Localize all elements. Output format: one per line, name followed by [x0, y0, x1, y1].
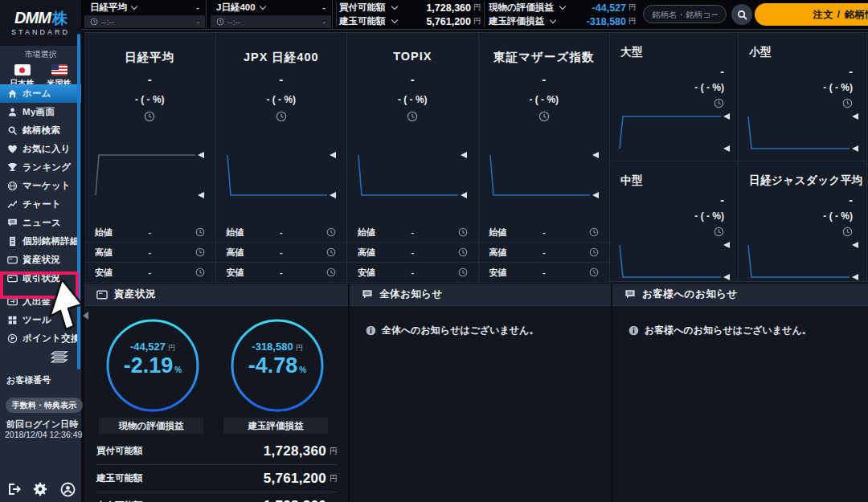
account-icon[interactable] [59, 481, 76, 497]
size-card-0[interactable]: 大型-- ( - %) [610, 33, 739, 161]
clock-icon[interactable] [842, 227, 853, 237]
clock-icon[interactable] [589, 267, 599, 277]
sidebar-item-2[interactable]: 銘柄検索 [0, 121, 81, 140]
mini-chart [615, 240, 734, 282]
sidebar-item-6[interactable]: チャート [0, 195, 81, 214]
sidebar-item-7[interactable]: ニュース [0, 214, 81, 232]
info-icon [628, 325, 639, 336]
settings-gear-icon[interactable] [32, 481, 48, 497]
sidebar-item-0[interactable]: ホーム [0, 84, 81, 103]
index-card-0[interactable]: 日経平均-- ( - %)始値-高値-安値- [84, 33, 216, 283]
clock-icon[interactable] [347, 111, 478, 122]
sidebar-item-9[interactable]: 資産状況 [0, 251, 81, 269]
chevron-down-icon[interactable] [391, 17, 397, 23]
chevron-down-icon[interactable] [559, 3, 566, 10]
sidebar-item-8[interactable]: 個別銘柄詳細 [0, 232, 81, 251]
index-card-change: - ( - %) [84, 94, 215, 105]
sidebar-item-1[interactable]: My画面 [0, 103, 81, 121]
sidebar-item-label: チャート [23, 198, 61, 210]
chevron-down-icon[interactable] [391, 3, 397, 10]
clock-icon[interactable] [589, 227, 599, 237]
index-ticker-0: 日経平均---:--- [84, 0, 207, 29]
size-card-value: - [720, 194, 724, 206]
size-card-value: - [720, 65, 724, 78]
clock-icon[interactable] [195, 247, 205, 257]
collapse-sidebar-icon[interactable] [51, 350, 70, 365]
index-card-title: 日経平均 [84, 50, 215, 65]
index-card-2[interactable]: TOPIX-- ( - %)始値-高値-安値- [347, 33, 479, 283]
price-row: 高値- [216, 243, 347, 263]
price-row-value: - [411, 247, 414, 257]
market-select-title: 市場選択 [0, 49, 81, 60]
fee-info-button[interactable]: 手数料・特典表示 [6, 398, 83, 413]
index-card-1[interactable]: JPX 日経400-- ( - %)始値-高値-安値- [216, 33, 348, 283]
size-card-3[interactable]: 日経ジャスダック平均-- ( - %) [739, 161, 867, 282]
index-card-change: - ( - %) [216, 94, 347, 105]
size-card-1[interactable]: 小型-- ( - %) [739, 33, 867, 161]
customer-notice-title: お客様へのお知らせ [642, 288, 738, 301]
mini-chart [91, 150, 208, 200]
app-logo: DMM株 STANDARD [0, 0, 81, 46]
search-button[interactable] [731, 4, 752, 25]
pl-gauge-0: -44,527円-2.19% [106, 319, 199, 412]
clock-icon[interactable] [84, 111, 215, 122]
clock-icon[interactable] [195, 267, 205, 277]
index-card-title: JPX 日経400 [216, 50, 347, 65]
clock-icon[interactable] [195, 227, 205, 237]
index-card-change: - ( - %) [347, 94, 478, 105]
price-row-label: 始値 [95, 227, 113, 239]
ticker-value: - [196, 2, 199, 12]
sidebar-item-label: 個別銘柄詳細 [23, 235, 80, 247]
balance-summary: 買付可能額1,728,360円建玉可能額5,761,200円 [339, 0, 481, 29]
clock-icon[interactable] [842, 98, 853, 108]
customer-notice-panel: お客様へのお知らせ お客様へのお知らせはございません。 [612, 284, 868, 502]
clock-icon[interactable] [589, 247, 599, 257]
clock-icon[interactable] [714, 227, 724, 237]
clock-icon[interactable] [326, 247, 336, 257]
clock-icon [216, 18, 224, 26]
topbar-pl-row: 建玉評価損益-318,580円 [489, 15, 636, 27]
amount-label: 現物の評価損益 [489, 2, 554, 14]
order-info-button[interactable]: 注文 / 銘柄情報 [755, 3, 868, 26]
asset-amount-row: 出金可能額1,728,360円 [96, 492, 338, 502]
sidebar-item-label: マーケット [23, 180, 71, 192]
topbar-balances-row: 建玉可能額5,761,200円 [339, 15, 481, 27]
clock-icon[interactable] [458, 267, 468, 277]
mini-chart [615, 112, 734, 153]
size-card-value: - [849, 65, 853, 78]
sidebar-item-5[interactable]: マーケット [0, 177, 81, 195]
logout-icon[interactable] [6, 481, 22, 497]
clock-icon[interactable] [326, 227, 336, 237]
sidebar-item-3[interactable]: お気に入り [0, 140, 81, 158]
index-card-title: TOPIX [347, 50, 478, 63]
clock-icon[interactable] [216, 111, 347, 122]
amount-label: 買付可能額 [339, 2, 386, 14]
index-ticker-dropdown[interactable]: J日経400- [211, 0, 331, 14]
index-card-3[interactable]: 東証マザーズ指数-- ( - %)始値-高値-安値- [479, 33, 611, 283]
clock-icon[interactable] [458, 247, 468, 257]
size-card-2[interactable]: 中型-- ( - %) [610, 161, 739, 282]
gauge-percent: -4.78 [248, 353, 298, 378]
price-row: 安値- [347, 263, 478, 283]
size-card-change: - ( - %) [823, 82, 853, 93]
price-row: 高値- [347, 243, 478, 263]
assets-panel-title: 資産状況 [114, 288, 156, 301]
search-icon [7, 125, 18, 136]
clock-icon[interactable] [326, 267, 336, 277]
chevron-down-icon[interactable] [550, 17, 556, 23]
document-icon [7, 236, 18, 247]
clock-icon[interactable] [479, 111, 610, 122]
price-row-value: - [280, 247, 283, 257]
topbar-pl-row: 現物の評価損益-44,527円 [489, 2, 636, 14]
price-row-value: - [542, 247, 546, 257]
search-icon [737, 10, 747, 20]
sidebar-item-label: ホーム [23, 88, 51, 100]
clock-icon[interactable] [714, 98, 724, 108]
symbol-search-input[interactable] [644, 6, 726, 22]
bottom-panels: 資産状況 -44,527円-2.19%現物の評価損益-318,580円-4.78… [84, 284, 868, 502]
size-card-change: - ( - %) [823, 210, 853, 222]
clock-icon[interactable] [458, 227, 468, 237]
home-icon [7, 88, 18, 99]
index-ticker-dropdown[interactable]: 日経平均- [84, 0, 205, 14]
sidebar-item-4[interactable]: ランキング [0, 158, 81, 177]
